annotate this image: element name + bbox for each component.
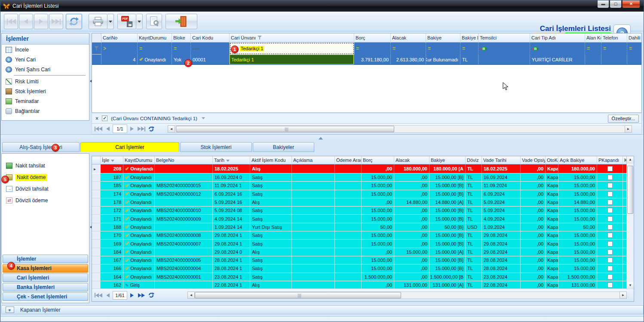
cell-opsiyon[interactable]: ,00 xyxy=(521,264,546,273)
sidebar-item-i̇ncele[interactable]: İncele xyxy=(2,45,89,55)
cell-otok[interactable]: Kapat xyxy=(546,231,558,240)
scroll-down-icon[interactable]: ▼ xyxy=(627,282,634,289)
cell-alacak[interactable]: ,00 xyxy=(394,190,429,198)
group-button-çek---senet-i̇şlemleri[interactable]: Çek - Senet İşlemleri xyxy=(3,292,88,301)
cell-alacak[interactable]: 14.880,00 xyxy=(394,198,429,207)
filter-cell[interactable]: = xyxy=(138,43,172,55)
sidebar-item-teminatlar[interactable]: Teminatlar xyxy=(2,96,89,106)
cell-otok[interactable]: Kapat xyxy=(546,264,558,273)
filter-cell[interactable]: = xyxy=(627,43,642,55)
pkapandi-checkbox[interactable] xyxy=(607,191,613,197)
cell-odeme[interactable] xyxy=(335,182,362,190)
cell-tarih[interactable]: 4.09.2024 14 xyxy=(213,215,250,223)
pkapandi-checkbox[interactable] xyxy=(607,249,613,255)
refresh-button[interactable] xyxy=(66,14,82,29)
page-prev-button[interactable] xyxy=(103,291,113,300)
transaction-row-166[interactable]: 166✔OnaylandıMBS202400000000428.08.2024 … xyxy=(92,264,634,273)
cell-kod[interactable]: Satış xyxy=(250,207,292,215)
tab-bakiyeler[interactable]: Bakiyeler xyxy=(253,142,314,152)
group-button-banka-i̇şlemleri[interactable]: Banka İşlemleri xyxy=(3,283,88,292)
transaction-row-187[interactable]: 187✔Onaylandı16.09.2024 0Satış15.000,00,… xyxy=(92,173,634,182)
transaction-row-164[interactable]: 164✔OnaylandıMBS202400000000123.08.2024 … xyxy=(92,273,634,281)
filter-cell[interactable]: = xyxy=(172,43,191,55)
pkapandi-checkbox[interactable] xyxy=(607,266,613,271)
action-item-nakit-ödeme[interactable]: Nakit ödeme xyxy=(2,171,89,183)
cell-bakiye[interactable]: 15.000,00 [A] xyxy=(429,248,466,256)
transaction-row-185[interactable]: 185✔OnaylandıMBS202400000001511.09.2024 … xyxy=(92,182,634,190)
cell-bakiye[interactable]: 15.000,00 [B] xyxy=(429,215,466,223)
sidebar-item-risk-limiti[interactable]: Risk Limiti xyxy=(2,76,89,86)
filter-cell[interactable]: aBc xyxy=(478,43,530,55)
cell-acik[interactable]: 15.000,00 xyxy=(558,231,597,240)
cell-alacak[interactable]: ,00 xyxy=(394,256,429,264)
tab-cari-i̇şlemler[interactable]: Cari İşlemler xyxy=(80,142,179,152)
cell-borc[interactable]: 15.000,00 xyxy=(362,207,394,215)
cell-borc[interactable]: 15.000,00 xyxy=(362,173,394,182)
cell-belge[interactable] xyxy=(155,164,213,173)
cell-tarih[interactable]: 29.08.2024 0 xyxy=(213,248,250,256)
cell-tarih[interactable]: 5.09.2024 08 xyxy=(213,207,250,215)
cell-otok[interactable]: Kapa xyxy=(546,164,558,173)
page-first-button[interactable] xyxy=(94,125,103,133)
cell-vade[interactable]: 29.08.2024 xyxy=(482,240,521,248)
cell-belge[interactable]: MBS2024000000004 xyxy=(155,264,213,273)
cell-aciklama[interactable] xyxy=(292,256,335,264)
cell-alacak[interactable]: ,00 xyxy=(394,215,429,223)
cell-bakiye[interactable]: Kur Bulunamadı xyxy=(426,55,460,65)
page-prev-button[interactable] xyxy=(103,125,113,133)
cell-alacak[interactable]: ,00 xyxy=(394,240,429,248)
column-header-tarih[interactable]: Tarih xyxy=(213,156,250,164)
cell-bakiye[interactable]: 15.000,00 [B] xyxy=(429,231,466,240)
column-header-açıklama[interactable]: Açıklama xyxy=(292,156,335,164)
filter-cell[interactable]: = xyxy=(601,43,627,55)
cell-odeme[interactable] xyxy=(335,256,362,264)
cell-doviz[interactable]: TL xyxy=(466,273,482,281)
cell-dahili[interactable] xyxy=(627,55,642,65)
cell-vade[interactable]: 23.08.2024 xyxy=(482,273,521,281)
cell-acik[interactable]: 15.000,00 xyxy=(558,256,597,264)
cell-borc[interactable]: 50,00 xyxy=(362,223,394,231)
export-dropdown[interactable] xyxy=(136,14,143,29)
cell-otok[interactable]: Kapat xyxy=(546,240,558,248)
transaction-row-171[interactable]: 171✔OnaylandıMBS20240000000094.09.2024 1… xyxy=(92,215,634,223)
cell-belge[interactable]: MBS2024000000009 xyxy=(155,215,213,223)
cell-bakiye[interactable]: 15.000,00 [B] xyxy=(429,240,466,248)
horizontal-splitter[interactable] xyxy=(0,134,644,141)
cell-durum[interactable]: ✔Onaylandı xyxy=(123,164,155,173)
filter-cell[interactable]: aBcTedarikçi 1 xyxy=(230,43,354,55)
preview-settings-button[interactable] xyxy=(146,14,162,29)
cell-doviz[interactable]: TL xyxy=(466,207,482,215)
cell-belge[interactable] xyxy=(155,198,213,207)
column-header-cari-kodu[interactable]: Cari Kodu xyxy=(191,33,230,43)
cell-vade[interactable]: 5.09.2024 xyxy=(482,198,521,207)
cell-durum[interactable]: ✔Onaylandı xyxy=(123,264,155,273)
column-header-bakiye-d[interactable]: Bakiye D xyxy=(460,33,478,43)
cell-doviz[interactable]: TL xyxy=(466,264,482,273)
cell-kayıtdurumu[interactable]: ✔Onaylandı xyxy=(138,55,172,65)
cell-isle[interactable]: 167 xyxy=(101,256,123,264)
cell-otok[interactable]: Kapat xyxy=(546,248,558,256)
cell-opsiyon[interactable]: ,00 xyxy=(521,223,546,231)
cell-bakiye[interactable]: 15.000,00 [B] xyxy=(429,182,466,190)
cell-aciklama[interactable] xyxy=(292,223,335,231)
cell-durum[interactable]: ✔Onaylandı xyxy=(123,173,155,182)
column-header-pkapandı[interactable]: PKapandı xyxy=(597,156,623,164)
cell-alan-ko[interactable] xyxy=(585,55,601,65)
sidebar-item-yeni-cari[interactable]: +Yeni Cari xyxy=(2,55,89,64)
cell-acik[interactable]: 15.000,00 xyxy=(558,240,597,248)
cell-borc[interactable]: 15.000,00 xyxy=(362,231,394,240)
cell-doviz[interactable]: TL xyxy=(466,173,482,182)
cell-acik[interactable]: 15.000,00 xyxy=(558,207,597,215)
tab-alış-satış-i̇şlemleri[interactable]: Alış-Satış İşlemleri xyxy=(2,142,80,152)
cell-belge[interactable] xyxy=(155,173,213,182)
cell-aciklama[interactable] xyxy=(292,240,335,248)
column-header-otokapandı[interactable]: OtoKapandı xyxy=(546,156,558,164)
column-header-açık-bakiye[interactable]: Açık Bakiye xyxy=(558,156,597,164)
cell-tarih[interactable]: 11.09.2024 1 xyxy=(213,182,250,190)
scroll-right-icon[interactable]: ► xyxy=(619,292,627,299)
cell-borc[interactable]: 15.000,00 xyxy=(362,240,394,248)
filter-enabled-checkbox[interactable]: ✓ xyxy=(102,115,107,121)
cell-kod[interactable]: Satış xyxy=(250,256,292,264)
filter-cell[interactable]: > xyxy=(101,43,138,55)
cell-alacak[interactable]: ,00 xyxy=(394,182,429,190)
